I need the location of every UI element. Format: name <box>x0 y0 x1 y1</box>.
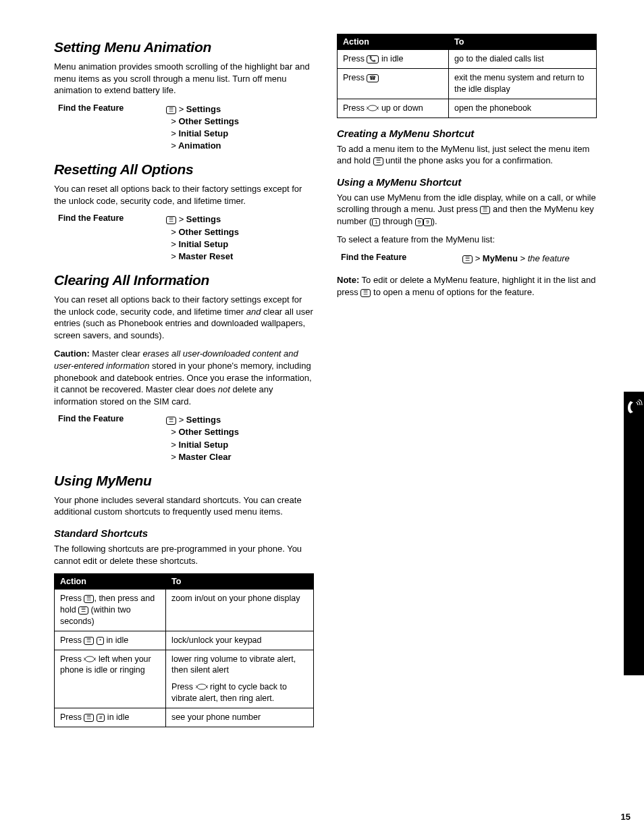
menu-key-icon: ☰ <box>480 206 490 214</box>
menu-key-icon: ☰ <box>84 595 94 603</box>
find-feature-label: Find the Feature <box>337 253 462 262</box>
nine-key-icon: 9 <box>415 218 423 226</box>
find-feature-label: Find the Feature <box>54 213 166 223</box>
svg-point-0 <box>85 656 95 662</box>
page-number: 15 <box>621 812 630 822</box>
menu-key-icon: ☰ <box>166 417 176 425</box>
menu-key-icon: ☰ <box>84 637 94 645</box>
find-feature-block: Find the Feature ☰ > Settings > Other Se… <box>54 103 314 153</box>
subheading-creating-shortcut: Creating a MyMenu Shortcut <box>337 128 597 139</box>
find-feature-block: Find the Feature ☰ > MyMenu > the featur… <box>337 253 597 265</box>
body-text: Your phone includes several standard sho… <box>54 494 314 518</box>
menu-key-icon: ☰ <box>78 606 88 615</box>
section-label: Personalizing Your Phone <box>625 500 640 646</box>
svg-point-2 <box>368 105 377 111</box>
menu-path: ☰ > MyMenu > the feature <box>462 253 570 265</box>
subheading-using-shortcut: Using a MyMenu Shortcut <box>337 176 597 188</box>
menu-key-icon: ☰ <box>166 216 176 224</box>
hash-key-icon: # <box>97 714 105 722</box>
heading-clearing: Clearing All Information <box>54 272 314 288</box>
body-text: The following shortcuts are pre-programm… <box>54 543 314 567</box>
heading-resetting: Resetting All Options <box>54 161 314 178</box>
menu-key-icon: ☰ <box>462 255 473 263</box>
caution-text: Caution: Master clear erases all user-do… <box>54 348 314 407</box>
body-text: Menu animation provides smooth scrolling… <box>54 61 314 97</box>
subheading-standard-shortcuts: Standard Shortcuts <box>54 527 314 539</box>
nine-key-icon: 9 <box>423 218 431 226</box>
table-row: Press ☰, then press and hold ☰ (within t… <box>55 590 314 631</box>
find-feature-block: Find the Feature ☰ > Settings > Other Se… <box>54 414 314 463</box>
table-row: Press left when your phone is idle or ri… <box>55 650 314 708</box>
menu-key-icon: ☰ <box>166 106 176 114</box>
nav-key-icon <box>84 656 96 662</box>
end-key-icon: ☎ <box>367 74 379 82</box>
star-key-icon: * <box>97 637 104 645</box>
menu-key-icon: ☰ <box>84 714 94 722</box>
body-text: To add a menu item to the MyMenu list, j… <box>337 143 597 167</box>
body-text: You can use MyMenu from the idle display… <box>337 192 597 228</box>
heading-menu-animation: Setting Menu Animation <box>54 39 314 55</box>
body-text: To select a feature from the MyMenu list… <box>337 234 597 246</box>
heading-mymenu: Using MyMenu <box>54 473 314 489</box>
table-header: To <box>166 574 314 590</box>
menu-path: ☰ > Settings > Other Settings > Initial … <box>166 103 239 153</box>
find-feature-label: Find the Feature <box>54 414 166 423</box>
phone-ring-icon <box>625 398 643 416</box>
menu-path: ☰ > Settings > Other Settings > Initial … <box>166 213 239 263</box>
table-header: Action <box>55 574 166 590</box>
table-header: Action <box>338 34 449 50</box>
send-key-icon: 📞 <box>367 55 379 63</box>
note-text: Note: To edit or delete a MyMenu feature… <box>337 274 597 298</box>
one-key-icon: 1 <box>372 218 380 226</box>
svg-point-1 <box>197 684 207 689</box>
find-feature-label: Find the Feature <box>54 103 166 113</box>
find-feature-block: Find the Feature ☰ > Settings > Other Se… <box>54 213 314 263</box>
menu-key-icon: ☰ <box>360 289 371 297</box>
table-row: Press ☰ # in idle see your phone number <box>55 708 314 727</box>
table-header: To <box>449 34 597 50</box>
body-text: You can reset all options back to their … <box>54 183 314 207</box>
table-row: Press up or down open the phonebook <box>338 99 597 118</box>
table-row: Press 📞 in idle go to the dialed calls l… <box>338 50 597 69</box>
shortcuts-table-2: Action To Press 📞 in idle go to the dial… <box>337 34 597 118</box>
body-text: You can reset all options back to their … <box>54 294 314 341</box>
table-row: Press ☰ * in idle lock/unlock your keypa… <box>55 631 314 650</box>
menu-path: ☰ > Settings > Other Settings > Initial … <box>166 414 239 463</box>
shortcuts-table-1: Action To Press ☰, then press and hold ☰… <box>54 573 314 727</box>
table-row: Press ☎ exit the menu system and return … <box>338 68 597 99</box>
menu-key-icon: ☰ <box>373 157 383 165</box>
nav-key-icon <box>196 683 208 690</box>
nav-key-icon <box>367 105 379 111</box>
